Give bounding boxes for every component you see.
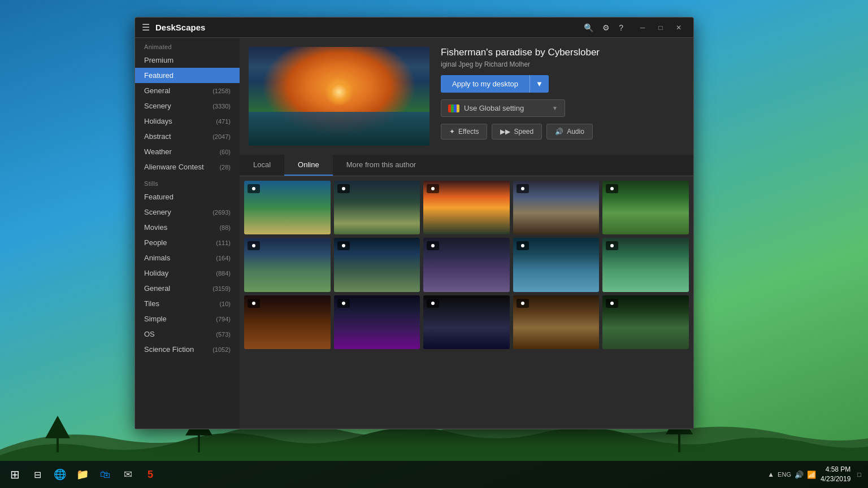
video-badge	[517, 241, 529, 250]
sidebar-item-count: (884)	[216, 270, 231, 277]
tab-more-from-author[interactable]: More from this author	[333, 155, 430, 176]
gallery-item[interactable]	[602, 238, 689, 291]
sidebar-item-label: Tiles	[144, 299, 159, 308]
close-button[interactable]: ✕	[671, 22, 687, 33]
mail-icon[interactable]: ✉	[118, 464, 138, 485]
gallery-item[interactable]	[513, 181, 600, 234]
apply-button[interactable]: Apply to my desktop	[441, 75, 530, 93]
sidebar-item-count: (88)	[219, 224, 231, 231]
system-clock[interactable]: 4:58 PM 4/23/2019	[821, 465, 850, 484]
sidebar-item-featured-stills[interactable]: Featured	[135, 189, 240, 204]
sidebar-item-count: (60)	[219, 149, 231, 155]
gallery-item[interactable]	[602, 181, 689, 234]
video-badge	[427, 299, 439, 308]
title-bar-icons: 🔍 ⚙ ?	[584, 23, 623, 32]
preview-info: Fisherman's paradise by Cyberslober igin…	[441, 47, 684, 146]
tabs-bar: Local Online More from this author	[240, 155, 693, 176]
video-badge	[517, 184, 529, 193]
sidebar-item-featured[interactable]: Featured	[135, 68, 240, 83]
gallery-container[interactable]	[240, 176, 693, 429]
sidebar-item-weather[interactable]: Weather (60)	[135, 144, 240, 159]
sidebar-item-count: (573)	[216, 331, 231, 338]
sidebar-item-label: Movies	[144, 223, 167, 232]
gallery-item[interactable]	[602, 295, 689, 349]
video-badge	[427, 184, 439, 193]
preview-actions: ✦ Effects ▶▶ Speed 🔊 Audio	[441, 124, 684, 140]
sidebar-item-os[interactable]: OS (573)	[135, 326, 240, 342]
sidebar: Animated Premium Featured General (1258)…	[135, 38, 240, 429]
sidebar-item-science-fiction[interactable]: Science Fiction (1052)	[135, 342, 240, 357]
sidebar-item-scenery-stills[interactable]: Scenery (2693)	[135, 204, 240, 220]
sidebar-item-alienware[interactable]: Alienware Contest (28)	[135, 159, 240, 175]
menu-icon[interactable]: ☰	[142, 22, 150, 33]
gallery-item[interactable]	[423, 295, 510, 349]
sidebar-item-abstract[interactable]: Abstract (2047)	[135, 129, 240, 144]
app5-icon[interactable]: 5	[140, 464, 160, 485]
audio-button[interactable]: 🔊 Audio	[546, 124, 593, 140]
task-view-button[interactable]: ⊟	[27, 464, 47, 485]
preview-section: Fisherman's paradise by Cyberslober igin…	[240, 38, 693, 155]
global-setting-dropdown[interactable]: Use Global setting ▼	[441, 99, 565, 117]
taskbar-left: ⊞ ⊟ 🌐 📁 🛍 ✉ 5	[0, 464, 165, 485]
sidebar-item-animals[interactable]: Animals (164)	[135, 250, 240, 265]
sidebar-item-count: (471)	[216, 118, 231, 125]
title-bar: ☰ DeskScapes 🔍 ⚙ ? ─ □ ✕	[135, 18, 693, 38]
gallery-item[interactable]	[423, 238, 510, 291]
effects-icon: ✦	[449, 128, 455, 136]
settings-icon[interactable]: ⚙	[602, 23, 610, 32]
sidebar-item-holidays[interactable]: Holidays (471)	[135, 114, 240, 129]
apply-dropdown-button[interactable]: ▼	[530, 75, 549, 93]
sidebar-item-count: (164)	[216, 255, 231, 262]
notification-icon[interactable]: ▲	[767, 470, 774, 478]
volume-icon[interactable]: 🔊	[795, 470, 804, 479]
global-setting-arrow-icon: ▼	[552, 105, 558, 111]
maximize-button[interactable]: □	[653, 22, 669, 33]
effects-button[interactable]: ✦ Effects	[441, 124, 487, 140]
sidebar-item-general-stills[interactable]: General (3159)	[135, 281, 240, 296]
sidebar-item-count: (2047)	[212, 133, 231, 140]
edge-icon[interactable]: 🌐	[50, 464, 70, 485]
sidebar-item-simple[interactable]: Simple (794)	[135, 311, 240, 326]
sidebar-item-scenery[interactable]: Scenery (3330)	[135, 98, 240, 114]
tab-local[interactable]: Local	[240, 155, 284, 176]
gallery-item[interactable]	[244, 295, 331, 349]
gallery-item[interactable]	[513, 238, 600, 291]
sidebar-item-label: Featured	[144, 71, 173, 80]
window-controls: ─ □ ✕	[635, 22, 687, 33]
search-icon[interactable]: 🔍	[584, 23, 593, 32]
sidebar-item-movies[interactable]: Movies (88)	[135, 220, 240, 235]
sidebar-item-general[interactable]: General (1258)	[135, 83, 240, 98]
gallery-item[interactable]	[423, 181, 510, 234]
gallery-item[interactable]	[244, 238, 331, 291]
show-desktop-button[interactable]: □	[855, 471, 861, 478]
speed-button[interactable]: ▶▶ Speed	[492, 124, 542, 140]
gallery-item[interactable]	[334, 181, 420, 234]
sidebar-item-label: Scenery	[144, 208, 171, 216]
sidebar-item-people[interactable]: People (111)	[135, 235, 240, 250]
sidebar-item-count: (28)	[219, 164, 231, 171]
sidebar-item-label: General	[144, 86, 170, 95]
gallery-item[interactable]	[244, 181, 331, 234]
sidebar-item-label: Weather	[144, 147, 172, 156]
sidebar-item-count: (2693)	[212, 209, 231, 216]
gallery-item[interactable]	[334, 295, 420, 349]
gallery-grid	[244, 181, 689, 349]
gallery-item[interactable]	[334, 238, 420, 291]
gallery-item[interactable]	[513, 295, 600, 349]
tab-online[interactable]: Online	[284, 155, 333, 176]
global-setting-label: Use Global setting	[464, 104, 548, 112]
video-badge	[337, 299, 350, 308]
store-icon[interactable]: 🛍	[95, 464, 115, 485]
sidebar-item-holiday[interactable]: Holiday (884)	[135, 265, 240, 281]
explorer-icon[interactable]: 📁	[72, 464, 93, 485]
network-icon[interactable]: 📶	[807, 470, 816, 479]
preview-title: Fisherman's paradise by Cyberslober	[441, 47, 684, 58]
help-icon[interactable]: ?	[619, 23, 623, 32]
apply-btn-group: Apply to my desktop ▼	[441, 75, 684, 93]
keyboard-icon[interactable]: ENG	[778, 471, 791, 478]
minimize-button[interactable]: ─	[635, 22, 650, 33]
sidebar-item-premium[interactable]: Premium	[135, 53, 240, 68]
sidebar-item-tiles[interactable]: Tiles (10)	[135, 296, 240, 311]
svg-rect-4	[678, 432, 680, 452]
start-button[interactable]: ⊞	[5, 464, 25, 485]
